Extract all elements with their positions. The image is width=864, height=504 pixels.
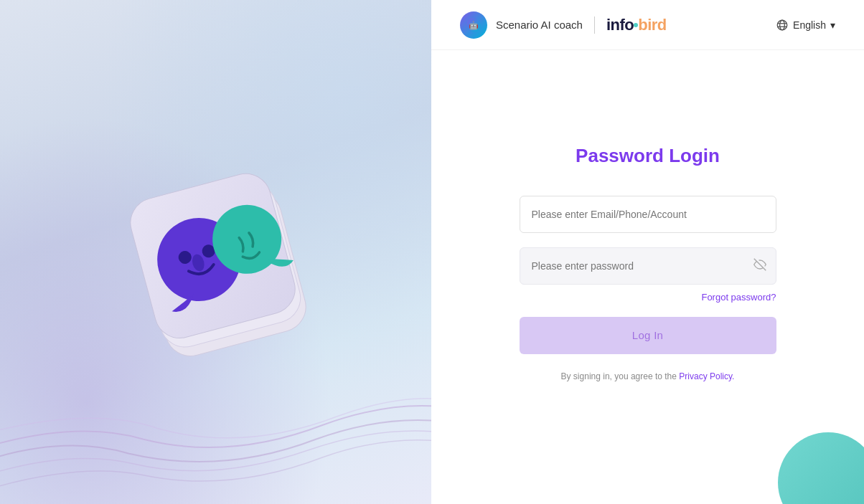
login-form: Forgot password? Log In By signing in, y… — [520, 196, 776, 381]
brand-logo: 🤖 Scenario AI coach infobird — [460, 11, 667, 39]
hero-illustration — [94, 118, 338, 362]
forgot-password-link[interactable]: Forgot password? — [701, 292, 776, 303]
dropdown-arrow: ▾ — [830, 19, 835, 31]
infobird-logo: infobird — [606, 16, 667, 34]
bottom-decoration — [778, 418, 864, 504]
toggle-password-icon[interactable] — [753, 258, 766, 274]
privacy-policy-link[interactable]: Privacy Policy. — [679, 371, 734, 381]
privacy-notice: By signing in, you agree to the Privacy … — [520, 371, 776, 381]
brand-icon: 🤖 — [460, 11, 487, 39]
email-input-group — [520, 196, 776, 233]
language-label: English — [793, 19, 826, 31]
svg-text:🤖: 🤖 — [469, 20, 479, 30]
login-button[interactable]: Log In — [520, 317, 776, 354]
password-input-group — [520, 247, 776, 285]
language-selector[interactable]: English ▾ — [776, 19, 835, 32]
svg-point-10 — [777, 20, 787, 30]
globe-icon — [776, 19, 789, 32]
email-input[interactable] — [520, 196, 776, 233]
page-title: Password Login — [576, 145, 720, 167]
brand-divider — [594, 16, 595, 34]
svg-point-11 — [780, 20, 785, 30]
forgot-password-row: Forgot password? — [520, 292, 776, 303]
login-panel: 🤖 Scenario AI coach infobird English ▾ P… — [431, 0, 864, 504]
privacy-text-before: By signing in, you agree to the — [561, 371, 680, 381]
scenario-label: Scenario AI coach — [496, 19, 583, 31]
app-header: 🤖 Scenario AI coach infobird English ▾ — [431, 0, 864, 50]
password-input[interactable] — [520, 247, 776, 285]
teal-circle-decoration — [778, 432, 864, 504]
hero-panel — [0, 0, 431, 504]
